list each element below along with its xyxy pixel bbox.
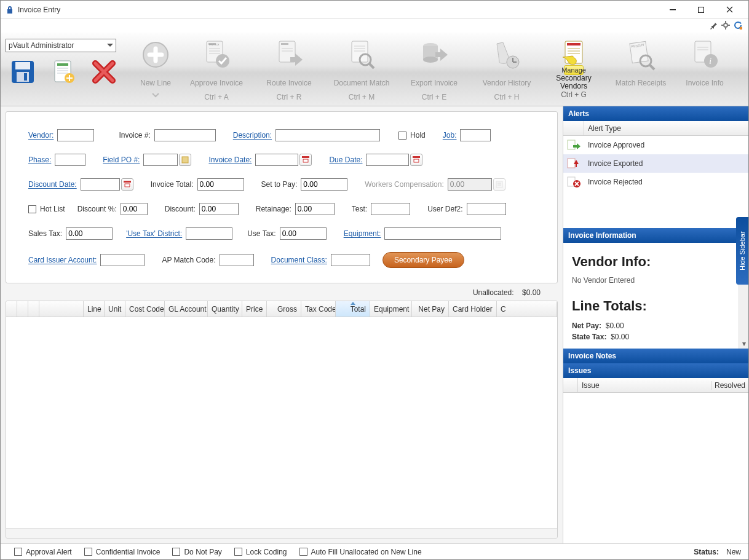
tool-match-receipts[interactable]: RECEIPT Match Receipts: [604, 36, 677, 103]
description-label[interactable]: Description:: [233, 131, 272, 140]
approval-alert-checkbox[interactable]: Approval Alert: [14, 548, 72, 556]
tool-manage-secondary-vendors[interactable]: Manage SecondaryVendors Ctrl + G: [543, 36, 604, 103]
grid-col-extra[interactable]: C: [497, 301, 557, 317]
delete-button[interactable]: [89, 57, 119, 87]
grid-col-line[interactable]: Line: [84, 301, 105, 317]
tool-document-match[interactable]: Document Match Ctrl + M: [325, 36, 398, 103]
use-tax-district-field[interactable]: [186, 227, 232, 240]
card-issuer-label[interactable]: Card Issuer Account:: [28, 256, 97, 264]
invoice-no-field[interactable]: [154, 129, 216, 141]
invoice-date-calendar-icon[interactable]: [299, 154, 312, 166]
alerts-col-type[interactable]: Alert Type: [584, 124, 748, 133]
phase-field[interactable]: [55, 154, 85, 166]
tool-route-invoice[interactable]: Route Invoice Ctrl + R: [253, 36, 325, 103]
discount-field[interactable]: [199, 203, 239, 215]
hot-list-checkbox[interactable]: Hot List: [28, 205, 65, 213]
grid-col-gross[interactable]: Gross: [267, 301, 301, 317]
due-date-field[interactable]: [366, 154, 409, 166]
field-po-lookup-button[interactable]: [179, 154, 191, 166]
tool-new-line[interactable]: New Line: [131, 36, 180, 103]
gear-icon[interactable]: [721, 21, 730, 30]
issues-col-icon[interactable]: [563, 378, 578, 392]
grid-col-unit[interactable]: Unit: [105, 301, 125, 317]
minimize-button[interactable]: [659, 1, 687, 18]
grid-col-marker[interactable]: [6, 301, 17, 317]
discount-pct-field[interactable]: [121, 203, 148, 215]
grid-col-taxcode[interactable]: Tax Code: [301, 301, 336, 317]
userdef2-field[interactable]: [467, 203, 506, 215]
grid-body[interactable]: [6, 317, 557, 528]
issues-col-issue[interactable]: Issue: [578, 381, 711, 390]
grid-col-equipment[interactable]: Equipment: [370, 301, 412, 317]
use-tax-district-label[interactable]: 'Use Tax' District:: [126, 229, 182, 238]
due-date-calendar-icon[interactable]: [410, 154, 422, 166]
alerts-col-icon[interactable]: [563, 121, 584, 135]
discount-date-label[interactable]: Discount Date:: [28, 180, 77, 189]
phase-label[interactable]: Phase:: [28, 156, 51, 164]
due-date-label[interactable]: Due Date:: [329, 156, 362, 164]
discount-date-field[interactable]: [81, 178, 120, 191]
alert-exported[interactable]: Invoice Exported: [563, 154, 748, 173]
hold-checkbox[interactable]: Hold: [398, 131, 426, 140]
userdef2-label: User Def2:: [427, 205, 462, 213]
grid-col-price[interactable]: Price: [242, 301, 267, 317]
equipment-label[interactable]: Equipment:: [344, 229, 381, 238]
invoice-date-label[interactable]: Invoice Date:: [208, 156, 252, 164]
retainage-field[interactable]: [295, 203, 335, 215]
grid-col-costcode[interactable]: Cost Code: [125, 301, 165, 317]
grid-col-glaccount[interactable]: GL Account: [165, 301, 208, 317]
job-field[interactable]: [460, 129, 491, 141]
invoice-total-field[interactable]: [197, 178, 244, 191]
maximize-button[interactable]: [687, 1, 715, 18]
save-button[interactable]: [8, 57, 38, 87]
grid-col-total[interactable]: Total: [336, 301, 370, 317]
equipment-field[interactable]: [384, 227, 501, 240]
do-not-pay-checkbox[interactable]: Do Not Pay: [172, 548, 221, 556]
tool-vendor-history[interactable]: Vendor History Ctrl + H: [470, 36, 543, 103]
confidential-invoice-checkbox[interactable]: Confidential Invoice: [84, 548, 160, 556]
grid-col-netpay[interactable]: Net Pay: [412, 301, 449, 317]
field-po-field[interactable]: [143, 154, 178, 166]
document-class-field[interactable]: [331, 254, 370, 266]
grid-col-quantity[interactable]: Quantity: [208, 301, 242, 317]
document-class-label[interactable]: Document Class:: [271, 256, 327, 264]
alert-approved[interactable]: Invoice Approved: [563, 136, 748, 154]
test-field[interactable]: [371, 203, 410, 215]
admin-dropdown[interactable]: pVault Administrator: [6, 39, 116, 52]
scroll-down-icon[interactable]: ▾: [739, 339, 748, 349]
issues-header[interactable]: Issues: [563, 363, 748, 378]
grid-col-3[interactable]: [39, 301, 84, 317]
lock-coding-label: Lock Coding: [246, 548, 287, 556]
issues-col-resolved[interactable]: Resolved: [711, 381, 748, 390]
lock-coding-checkbox[interactable]: Lock Coding: [234, 548, 287, 556]
grid-col-2[interactable]: [28, 301, 39, 317]
job-label[interactable]: Job:: [443, 131, 457, 140]
sales-tax-field[interactable]: [66, 227, 113, 240]
pin-icon[interactable]: [709, 21, 718, 30]
tool-invoice-info[interactable]: i Invoice Info: [677, 36, 732, 103]
secondary-payee-button[interactable]: Secondary Payee: [382, 252, 464, 268]
invoice-date-field[interactable]: [255, 154, 298, 166]
invoice-notes-header[interactable]: Invoice Notes: [563, 349, 748, 363]
close-button[interactable]: [715, 1, 743, 18]
autofill-checkbox[interactable]: Auto Fill Unallocated on New Line: [299, 548, 422, 556]
field-po-label[interactable]: Field PO #:: [103, 156, 140, 164]
use-tax-field[interactable]: [280, 227, 327, 240]
new-invoice-button[interactable]: [49, 57, 78, 87]
grid-h-scrollbar[interactable]: [6, 528, 557, 538]
invoice-info-header: Invoice Information: [563, 228, 748, 243]
vendor-label[interactable]: Vendor:: [28, 131, 54, 140]
description-field[interactable]: [275, 129, 380, 141]
tool-export-invoice[interactable]: Export Invoice Ctrl + E: [398, 36, 470, 103]
card-issuer-field[interactable]: [100, 254, 145, 266]
tool-approve-invoice[interactable]: INVOICE Approve Invoice Ctrl + A: [180, 36, 253, 103]
refresh-icon[interactable]: [734, 21, 742, 30]
set-to-pay-field[interactable]: [301, 178, 347, 191]
grid-col-1[interactable]: [17, 301, 28, 317]
vendor-field[interactable]: [57, 129, 94, 141]
discount-date-calendar-icon[interactable]: [121, 178, 133, 191]
ap-match-field[interactable]: [220, 254, 254, 266]
alert-rejected[interactable]: Invoice Rejected: [563, 173, 748, 191]
hide-sidebar-tab[interactable]: Hide Sidebar: [736, 217, 748, 285]
grid-col-cardholder[interactable]: Card Holder: [449, 301, 497, 317]
